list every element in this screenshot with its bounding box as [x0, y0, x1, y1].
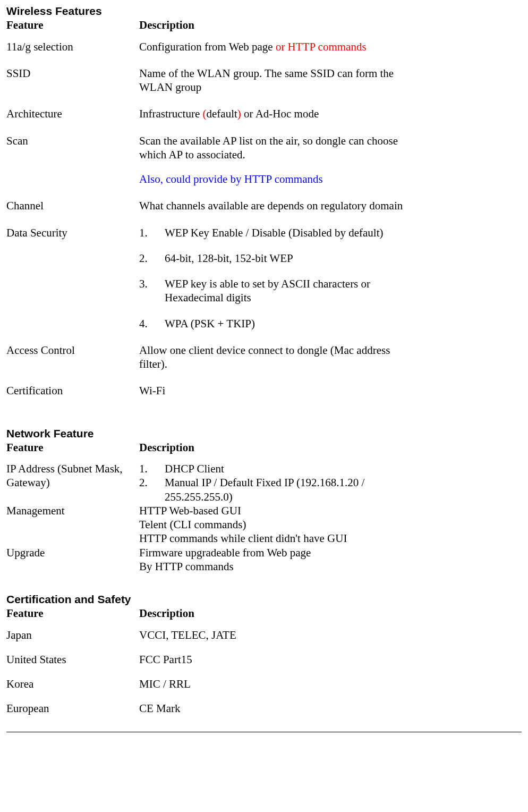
col-feature-header: Feature [6, 606, 139, 620]
feature-label: Access Control [6, 343, 139, 371]
upgrade-line: By HTTP commands [139, 560, 415, 573]
row-11ag: 11a/g selection Configuration from Web p… [6, 40, 522, 54]
security-item: WEP key is able to set by ASCII characte… [139, 277, 415, 305]
desc-p1: Infrastructure [139, 107, 203, 120]
desc-part1: Configuration from Web page [139, 40, 276, 53]
feature-label: Japan [6, 628, 139, 642]
feature-label: Korea [6, 677, 139, 691]
scan-desc-line2-blue: Also, could provide by HTTP commands [139, 172, 415, 186]
feature-label: United States [6, 653, 139, 666]
feature-desc: WEP Key Enable / Disable (Disabled by de… [139, 226, 415, 331]
feature-desc: MIC / RRL [139, 677, 415, 691]
row-management: Management HTTP Web-based GUI Telent (CL… [6, 504, 522, 546]
feature-label: Upgrade [6, 546, 139, 574]
row-certification: Certification Wi-Fi [6, 384, 522, 397]
row-ip-address: IP Address (Subnet Mask, Gateway) DHCP C… [6, 462, 522, 504]
feature-desc: Configuration from Web page or HTTP comm… [139, 40, 415, 54]
row-united-states: United States FCC Part15 [6, 653, 522, 666]
ip-item: DHCP Client [139, 462, 415, 476]
feature-desc: FCC Part15 [139, 653, 415, 666]
feature-desc: Wi-Fi [139, 384, 415, 397]
feature-label: European [6, 701, 139, 715]
feature-desc: Infrastructure (default) or Ad-Hoc mode [139, 107, 415, 121]
feature-label: Certification [6, 384, 139, 397]
feature-label: Architecture [6, 107, 139, 121]
feature-desc: Allow one client device connect to dongl… [139, 343, 415, 371]
ip-item: Manual IP / Default Fixed IP (192.168.1.… [139, 476, 415, 504]
desc-default: default [207, 107, 237, 120]
feature-desc: Firmware upgradeable from Web page By HT… [139, 546, 415, 574]
feature-desc: Name of the WLAN group. The same SSID ca… [139, 66, 415, 95]
row-channel: Channel What channels available are depe… [6, 199, 522, 213]
row-ssid: SSID Name of the WLAN group. The same SS… [6, 66, 522, 95]
security-item: WEP Key Enable / Disable (Disabled by de… [139, 226, 415, 240]
header-row-certsafety: Feature Description [6, 606, 522, 620]
row-access-control: Access Control Allow one client device c… [6, 343, 522, 371]
feature-label: Management [6, 504, 139, 546]
section-title-network: Network Feature [6, 427, 522, 441]
header-row-wireless: Feature Description [6, 18, 522, 32]
row-european: European CE Mark [6, 701, 522, 715]
security-item: 64-bit, 128-bit, 152-bit WEP [139, 251, 415, 265]
feature-desc: Scan the available AP list on the air, s… [139, 134, 415, 187]
row-japan: Japan VCCI, TELEC, JATE [6, 628, 522, 642]
col-desc-header: Description [139, 606, 415, 620]
col-feature-header: Feature [6, 18, 139, 32]
feature-label: Scan [6, 134, 139, 187]
header-row-network: Feature Description [6, 441, 522, 454]
feature-label: Channel [6, 199, 139, 213]
feature-desc: DHCP Client Manual IP / Default Fixed IP… [139, 462, 415, 504]
upgrade-line: Firmware upgradeable from Web page [139, 546, 415, 560]
desc-part2-red: or HTTP commands [276, 40, 367, 53]
feature-desc: HTTP Web-based GUI Telent (CLI commands)… [139, 504, 415, 546]
scan-desc-line1: Scan the available AP list on the air, s… [139, 134, 415, 162]
row-architecture: Architecture Infrastructure (default) or… [6, 107, 522, 121]
col-desc-header: Description [139, 18, 415, 32]
desc-paren2: ) [237, 107, 241, 120]
desc-p3: or Ad-Hoc mode [241, 107, 319, 120]
col-feature-header: Feature [6, 441, 139, 454]
feature-label: SSID [6, 66, 139, 95]
feature-label: IP Address (Subnet Mask, Gateway) [6, 462, 139, 504]
mgmt-line: Telent (CLI commands) [139, 518, 415, 531]
feature-label: Data Security [6, 226, 139, 331]
row-korea: Korea MIC / RRL [6, 677, 522, 691]
row-data-security: Data Security WEP Key Enable / Disable (… [6, 226, 522, 331]
feature-desc: What channels available are depends on r… [139, 199, 415, 213]
feature-label: 11a/g selection [6, 40, 139, 54]
mgmt-line: HTTP commands while client didn't have G… [139, 531, 415, 545]
feature-desc: CE Mark [139, 701, 415, 715]
section-title-wireless: Wireless Features [6, 4, 522, 18]
section-title-certsafety: Certification and Safety [6, 593, 522, 606]
footer-divider [6, 732, 522, 732]
security-item: WPA (PSK + TKIP) [139, 317, 415, 331]
col-desc-header: Description [139, 441, 415, 454]
mgmt-line: HTTP Web-based GUI [139, 504, 415, 518]
row-scan: Scan Scan the available AP list on the a… [6, 134, 522, 187]
row-upgrade: Upgrade Firmware upgradeable from Web pa… [6, 546, 522, 574]
feature-desc: VCCI, TELEC, JATE [139, 628, 415, 642]
desc-paren1: ( [203, 107, 207, 120]
